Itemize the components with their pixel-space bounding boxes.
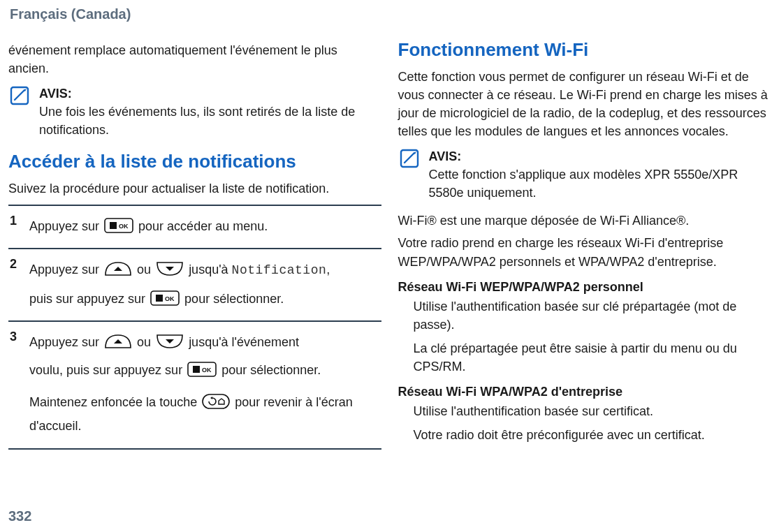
step-item: 3 Appuyez sur ou jusqu'à l'événement vou: [8, 320, 381, 450]
page-number: 332: [8, 506, 31, 526]
definition-term: Réseau Wi-Fi WEP/WPA/WPA2 personnel: [398, 278, 771, 296]
steps-list: 1 Appuyez sur OK pour accéder au menu. 2…: [8, 205, 381, 449]
notice-text: Cette fonction s'applique aux modèles XP…: [429, 165, 771, 202]
step-text-fragment: puis sur appuyez sur: [29, 292, 149, 306]
step-text-fragment: ou: [137, 335, 154, 349]
notice-block: AVIS: Cette fonction s'applique aux modè…: [398, 147, 771, 202]
step-text-fragment: Appuyez sur: [29, 219, 103, 233]
definition-body: La clé prépartagée peut être saisie à pa…: [414, 339, 771, 376]
manual-page: Français (Canada) événement remplace aut…: [0, 0, 779, 532]
definition-term: Réseau Wi-Fi WPA/WPA2 d'entreprise: [398, 383, 771, 401]
step-text-fragment: jusqu'à: [189, 263, 231, 276]
up-arrow-button-icon: [104, 261, 132, 276]
step-number: 3: [10, 327, 17, 346]
menu-ok-button-icon: OK: [187, 362, 217, 377]
note-icon: [8, 84, 32, 139]
back-home-button-icon: [202, 394, 230, 409]
step-text-fragment: pour sélectionner.: [221, 363, 321, 377]
menu-option-label: Notification: [232, 263, 327, 277]
section-title-wifi: Fonctionnement Wi-Fi: [398, 37, 771, 64]
notice-body: AVIS: Une fois les événements lus, ils s…: [39, 84, 381, 139]
notice-text: Une fois les événements lus, ils sont re…: [39, 103, 381, 139]
svg-text:OK: OK: [119, 223, 129, 230]
step-text-fragment: voulu, puis sur appuyez sur: [29, 363, 186, 377]
step-text-fragment: pour accéder au menu.: [138, 219, 268, 233]
svg-text:OK: OK: [202, 367, 212, 374]
definition-body: Utilise l'authentification basée sur clé…: [414, 297, 771, 334]
step-text: Appuyez sur ou jusqu'à Notification, pui…: [29, 258, 379, 310]
step-text-fragment: Appuyez sur: [29, 335, 103, 349]
svg-rect-5: [156, 295, 163, 302]
step-text-fragment: pour sélectionner.: [184, 292, 284, 306]
right-column: Fonctionnement Wi-Fi Cette fonction vous…: [398, 37, 771, 450]
notice-body: AVIS: Cette fonction s'applique aux modè…: [429, 147, 771, 202]
down-arrow-button-icon: [156, 261, 184, 276]
up-arrow-button-icon: [104, 334, 132, 349]
step-text-fragment: ou: [137, 263, 154, 276]
notice-label: AVIS:: [39, 84, 381, 103]
svg-text:OK: OK: [165, 295, 175, 302]
definition-body: Utilise l'authentification basée sur cer…: [414, 402, 771, 420]
step-item: 1 Appuyez sur OK pour accéder au menu.: [8, 205, 381, 248]
step-text-fragment: ,: [326, 263, 330, 276]
menu-ok-button-icon: OK: [104, 218, 133, 233]
step-text: Appuyez sur OK pour accéder au menu.: [29, 214, 379, 238]
step-text-fragment: jusqu'à l'événement: [189, 335, 299, 349]
notice-block: AVIS: Une fois les événements lus, ils s…: [8, 84, 381, 139]
note-icon: [398, 147, 422, 202]
step-item: 2 Appuyez sur ou jusqu'à Notification,: [8, 248, 381, 320]
svg-rect-8: [193, 366, 200, 373]
step-number: 1: [10, 212, 17, 230]
svg-rect-2: [110, 222, 117, 229]
menu-ok-button-icon: OK: [150, 290, 180, 306]
left-column: événement remplace automatiquement l'évé…: [8, 37, 381, 450]
notice-label: AVIS:: [429, 147, 771, 165]
step-text-fragment: Maintenez enfoncée la touche: [29, 395, 201, 409]
wifi-intro: Cette fonction vous permet de configurer…: [398, 68, 771, 140]
definition-body: Votre radio doit être préconfigurée avec…: [414, 426, 771, 444]
wifi-networks-intro: Votre radio prend en charge les réseaux …: [398, 234, 771, 270]
step-number: 2: [10, 255, 17, 273]
lead-in-text: événement remplace automatiquement l'évé…: [8, 41, 381, 77]
two-column-layout: événement remplace automatiquement l'évé…: [8, 37, 771, 450]
procedure-intro: Suivez la procédure pour actualiser la l…: [8, 179, 381, 198]
down-arrow-button-icon: [156, 334, 184, 349]
language-header: Français (Canada): [10, 4, 771, 24]
section-title-notifications: Accéder à la liste de notifications: [8, 149, 381, 175]
step-text: Appuyez sur ou jusqu'à l'événement voulu…: [29, 330, 379, 438]
wifi-trademark: Wi-Fi® est une marque déposée de Wi-Fi A…: [398, 212, 771, 230]
step-text-fragment: Appuyez sur: [29, 263, 103, 276]
